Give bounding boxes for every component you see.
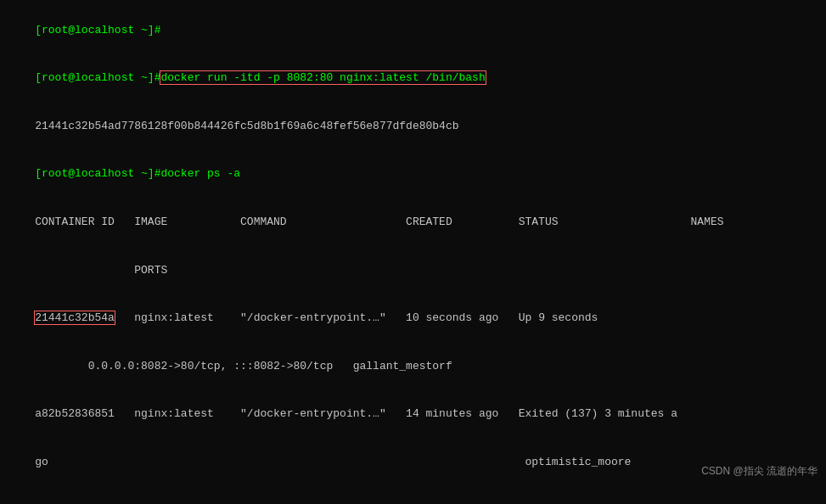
docker-run-command[interactable]: docker run -itd -p 8082:80 nginx:latest … <box>160 71 485 84</box>
ps-header: CONTAINER ID IMAGE COMMAND CREATED STATU… <box>8 199 818 247</box>
line-4: [root@localhost ~]#docker ps -a <box>8 151 818 199</box>
header-text: CONTAINER ID IMAGE COMMAND CREATED STATU… <box>35 216 723 228</box>
line-1: [root@localhost ~]# <box>8 7 818 55</box>
line-2: [root@localhost ~]#docker run -itd -p 80… <box>8 55 818 104</box>
row-1-ports: 0.0.0.0:8082->80/tcp, :::8082->80/tcp ga… <box>8 343 818 391</box>
row-1-data: nginx:latest "/docker-entrypoint.…" 10 s… <box>115 311 598 324</box>
row-3: a2114cdd2a24 nginx:latest "/docker-entry… <box>8 486 818 504</box>
row-2-text: go optimistic_moore <box>35 456 631 468</box>
prompt-2: [root@localhost ~]# <box>35 71 160 84</box>
prompt: [root@localhost ~]# <box>35 24 160 36</box>
prompt-3: [root@localhost ~]# <box>35 167 160 180</box>
docker-ps-command: docker ps -a <box>160 167 240 180</box>
line-3: 21441c32b54ad7786128f00b844426fc5d8b1f69… <box>8 103 818 151</box>
container-id-2: a82b52836851 nginx:latest "/docker-entry… <box>35 407 677 420</box>
row-2: a82b52836851 nginx:latest "/docker-entry… <box>8 390 818 439</box>
row-1-ports-text: 0.0.0.0:8082->80/tcp, :::8082->80/tcp ga… <box>35 360 452 372</box>
row-2-ports: go optimistic_moore <box>8 439 818 487</box>
header-ports: PORTS <box>35 264 167 277</box>
watermark: CSDN @指尖 流逝的年华 <box>701 464 818 479</box>
row-1: 21441c32b54a nginx:latest "/docker-entry… <box>8 294 818 343</box>
terminal: [root@localhost ~]# [root@localhost ~]#d… <box>8 7 818 504</box>
container-id-1: 21441c32b54a <box>35 311 115 324</box>
ps-header2: PORTS <box>8 247 818 295</box>
container-hash: 21441c32b54ad7786128f00b844426fc5d8b1f69… <box>35 120 458 132</box>
